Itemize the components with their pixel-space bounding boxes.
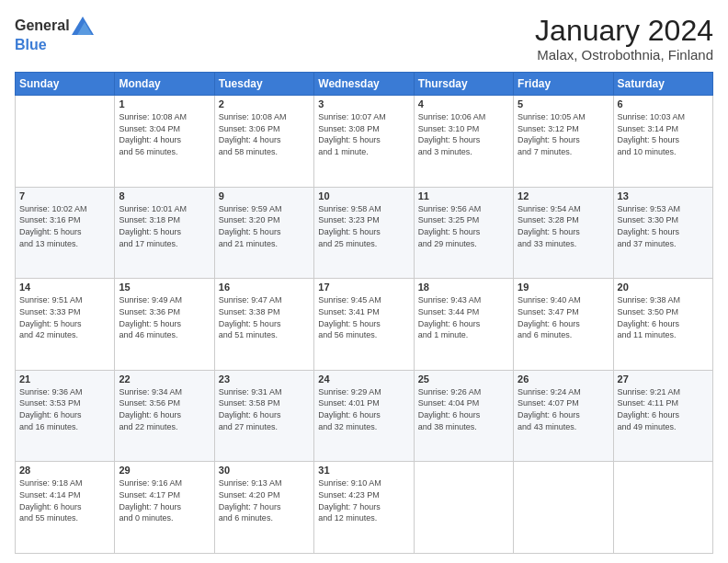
header: General Blue January 2024 Malax, Ostrobo… [15, 15, 713, 63]
calendar-cell: 11Sunrise: 9:56 AM Sunset: 3:25 PM Dayli… [414, 187, 513, 279]
calendar-cell: 19Sunrise: 9:40 AM Sunset: 3:47 PM Dayli… [514, 279, 613, 371]
day-info: Sunrise: 10:02 AM Sunset: 3:16 PM Daylig… [19, 203, 110, 249]
calendar-cell: 2Sunrise: 10:08 AM Sunset: 3:06 PM Dayli… [214, 96, 313, 188]
calendar-header-cell: Monday [115, 73, 214, 96]
day-number: 19 [518, 282, 609, 293]
day-info: Sunrise: 10:08 AM Sunset: 3:04 PM Daylig… [119, 111, 210, 157]
calendar-week-row: 21Sunrise: 9:36 AM Sunset: 3:53 PM Dayli… [16, 370, 713, 462]
day-info: Sunrise: 10:01 AM Sunset: 3:18 PM Daylig… [119, 203, 210, 249]
day-number: 21 [19, 373, 110, 385]
day-number: 3 [318, 98, 409, 109]
day-number: 26 [518, 373, 609, 385]
calendar-cell: 27Sunrise: 9:21 AM Sunset: 4:11 PM Dayli… [613, 370, 712, 462]
day-number: 14 [19, 282, 110, 293]
day-info: Sunrise: 10:08 AM Sunset: 3:06 PM Daylig… [219, 111, 310, 157]
day-info: Sunrise: 9:51 AM Sunset: 3:33 PM Dayligh… [19, 294, 110, 340]
day-number: 23 [219, 373, 310, 385]
logo: General Blue [15, 15, 94, 53]
day-info: Sunrise: 9:10 AM Sunset: 4:23 PM Dayligh… [318, 477, 409, 523]
title-block: January 2024 Malax, Ostrobothnia, Finlan… [535, 15, 713, 63]
day-info: Sunrise: 9:24 AM Sunset: 4:07 PM Dayligh… [518, 386, 609, 432]
day-number: 11 [418, 190, 509, 201]
calendar-cell: 20Sunrise: 9:38 AM Sunset: 3:50 PM Dayli… [613, 279, 712, 371]
day-number: 27 [618, 373, 709, 385]
day-info: Sunrise: 9:34 AM Sunset: 3:56 PM Dayligh… [119, 386, 210, 432]
calendar-cell: 10Sunrise: 9:58 AM Sunset: 3:23 PM Dayli… [314, 187, 414, 279]
day-info: Sunrise: 10:05 AM Sunset: 3:12 PM Daylig… [518, 111, 609, 157]
day-number: 15 [119, 282, 210, 293]
calendar-cell [514, 462, 613, 554]
calendar-week-row: 7Sunrise: 10:02 AM Sunset: 3:16 PM Dayli… [16, 187, 713, 279]
calendar-cell: 14Sunrise: 9:51 AM Sunset: 3:33 PM Dayli… [16, 279, 115, 371]
day-info: Sunrise: 9:47 AM Sunset: 3:38 PM Dayligh… [219, 294, 310, 340]
calendar-header-cell: Sunday [16, 73, 115, 96]
day-number: 24 [318, 373, 409, 385]
calendar-cell: 16Sunrise: 9:47 AM Sunset: 3:38 PM Dayli… [214, 279, 313, 371]
day-number: 16 [219, 282, 310, 293]
day-info: Sunrise: 10:03 AM Sunset: 3:14 PM Daylig… [618, 111, 709, 157]
day-info: Sunrise: 9:21 AM Sunset: 4:11 PM Dayligh… [618, 386, 709, 432]
day-info: Sunrise: 9:49 AM Sunset: 3:36 PM Dayligh… [119, 294, 210, 340]
day-info: Sunrise: 9:40 AM Sunset: 3:47 PM Dayligh… [518, 294, 609, 340]
day-number: 8 [119, 190, 210, 201]
calendar-cell: 29Sunrise: 9:16 AM Sunset: 4:17 PM Dayli… [115, 462, 214, 554]
calendar-cell: 17Sunrise: 9:45 AM Sunset: 3:41 PM Dayli… [314, 279, 414, 371]
calendar-cell: 3Sunrise: 10:07 AM Sunset: 3:08 PM Dayli… [314, 96, 414, 188]
calendar-cell: 23Sunrise: 9:31 AM Sunset: 3:58 PM Dayli… [214, 370, 313, 462]
calendar-cell: 12Sunrise: 9:54 AM Sunset: 3:28 PM Dayli… [514, 187, 613, 279]
calendar-cell [414, 462, 513, 554]
page-subtitle: Malax, Ostrobothnia, Finland [535, 47, 713, 63]
day-number: 17 [318, 282, 409, 293]
day-number: 5 [518, 98, 609, 109]
calendar-cell: 25Sunrise: 9:26 AM Sunset: 4:04 PM Dayli… [414, 370, 513, 462]
day-info: Sunrise: 9:13 AM Sunset: 4:20 PM Dayligh… [219, 477, 310, 523]
day-number: 20 [618, 282, 709, 293]
day-number: 10 [318, 190, 409, 201]
calendar-cell: 26Sunrise: 9:24 AM Sunset: 4:07 PM Dayli… [514, 370, 613, 462]
calendar-header-row: SundayMondayTuesdayWednesdayThursdayFrid… [16, 73, 713, 96]
day-info: Sunrise: 9:18 AM Sunset: 4:14 PM Dayligh… [19, 477, 110, 523]
day-info: Sunrise: 9:31 AM Sunset: 3:58 PM Dayligh… [219, 386, 310, 432]
day-number: 7 [19, 190, 110, 201]
day-info: Sunrise: 9:38 AM Sunset: 3:50 PM Dayligh… [618, 294, 709, 340]
day-info: Sunrise: 9:58 AM Sunset: 3:23 PM Dayligh… [318, 203, 409, 249]
calendar-cell: 28Sunrise: 9:18 AM Sunset: 4:14 PM Dayli… [16, 462, 115, 554]
calendar-cell: 4Sunrise: 10:06 AM Sunset: 3:10 PM Dayli… [414, 96, 513, 188]
day-number: 13 [618, 190, 709, 201]
calendar-cell: 21Sunrise: 9:36 AM Sunset: 3:53 PM Dayli… [16, 370, 115, 462]
logo-icon [72, 15, 94, 37]
calendar-cell [613, 462, 712, 554]
calendar-cell: 15Sunrise: 9:49 AM Sunset: 3:36 PM Dayli… [115, 279, 214, 371]
calendar-table: SundayMondayTuesdayWednesdayThursdayFrid… [15, 72, 713, 554]
calendar-cell: 1Sunrise: 10:08 AM Sunset: 3:04 PM Dayli… [115, 96, 214, 188]
calendar-header-cell: Saturday [613, 73, 712, 96]
day-info: Sunrise: 10:07 AM Sunset: 3:08 PM Daylig… [318, 111, 409, 157]
calendar-header-cell: Wednesday [314, 73, 414, 96]
calendar-week-row: 28Sunrise: 9:18 AM Sunset: 4:14 PM Dayli… [16, 462, 713, 554]
day-number: 25 [418, 373, 509, 385]
day-info: Sunrise: 9:45 AM Sunset: 3:41 PM Dayligh… [318, 294, 409, 340]
day-number: 6 [618, 98, 709, 109]
logo-general: General [15, 17, 70, 34]
day-number: 4 [418, 98, 509, 109]
day-info: Sunrise: 9:53 AM Sunset: 3:30 PM Dayligh… [618, 203, 709, 249]
day-info: Sunrise: 9:29 AM Sunset: 4:01 PM Dayligh… [318, 386, 409, 432]
day-number: 22 [119, 373, 210, 385]
calendar-cell: 30Sunrise: 9:13 AM Sunset: 4:20 PM Dayli… [214, 462, 313, 554]
calendar-header-cell: Tuesday [214, 73, 313, 96]
day-number: 12 [518, 190, 609, 201]
day-info: Sunrise: 9:16 AM Sunset: 4:17 PM Dayligh… [119, 477, 210, 523]
day-number: 18 [418, 282, 509, 293]
calendar-header-cell: Thursday [414, 73, 513, 96]
calendar-cell: 6Sunrise: 10:03 AM Sunset: 3:14 PM Dayli… [613, 96, 712, 188]
calendar-cell: 13Sunrise: 9:53 AM Sunset: 3:30 PM Dayli… [613, 187, 712, 279]
day-number: 1 [119, 98, 210, 109]
day-info: Sunrise: 9:54 AM Sunset: 3:28 PM Dayligh… [518, 203, 609, 249]
calendar-cell: 9Sunrise: 9:59 AM Sunset: 3:20 PM Daylig… [214, 187, 313, 279]
day-info: Sunrise: 10:06 AM Sunset: 3:10 PM Daylig… [418, 111, 509, 157]
calendar-week-row: 1Sunrise: 10:08 AM Sunset: 3:04 PM Dayli… [16, 96, 713, 188]
calendar-cell: 24Sunrise: 9:29 AM Sunset: 4:01 PM Dayli… [314, 370, 414, 462]
calendar-cell [16, 96, 115, 188]
calendar-cell: 5Sunrise: 10:05 AM Sunset: 3:12 PM Dayli… [514, 96, 613, 188]
day-info: Sunrise: 9:26 AM Sunset: 4:04 PM Dayligh… [418, 386, 509, 432]
